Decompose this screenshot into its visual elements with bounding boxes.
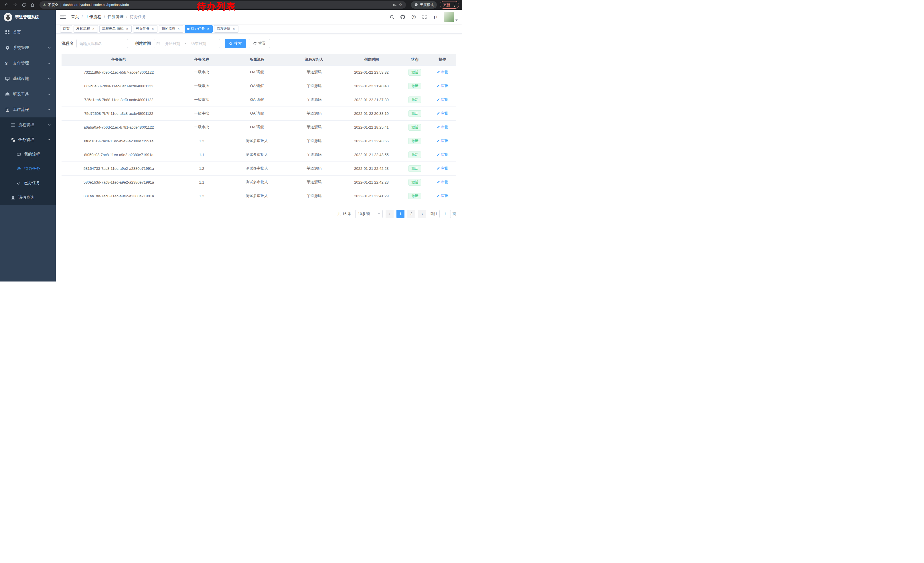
monitor-icon <box>5 77 10 81</box>
approve-link[interactable]: 审批 <box>436 83 448 89</box>
breadcrumb-workflow[interactable]: 工作流程 <box>85 14 101 20</box>
starter-cell: 芋道源码 <box>286 79 342 93</box>
approve-link[interactable]: 审批 <box>436 193 448 198</box>
chevron-down-icon <box>48 47 51 49</box>
avatar[interactable] <box>444 12 454 22</box>
process-name-input[interactable] <box>76 39 128 48</box>
app-logo[interactable]: 芋道管理系统 <box>0 10 56 25</box>
tab-home[interactable]: 首页 <box>60 25 72 33</box>
approve-label: 审批 <box>441 70 448 75</box>
prev-page-button[interactable]: ‹ <box>386 210 394 218</box>
task-id-cell: 381aa1dd-7ac8-11ec-a9e2-a2380e71991a <box>62 189 176 203</box>
github-icon[interactable] <box>398 12 407 22</box>
close-icon[interactable]: × <box>91 27 95 31</box>
tab-todo-tasks[interactable]: 待办任务 × <box>184 25 213 33</box>
edit-pencil-icon <box>436 153 440 156</box>
sidebar-collapse-icon[interactable] <box>60 15 68 19</box>
close-icon[interactable]: × <box>232 27 236 31</box>
action-cell: 审批 <box>429 189 456 203</box>
font-size-icon[interactable]: TT <box>431 12 440 22</box>
fullscreen-icon[interactable] <box>420 12 429 22</box>
sidebar-item-my-process[interactable]: 我的流程 <box>0 147 56 162</box>
start-date-input[interactable] <box>162 42 184 46</box>
table-row: 8f059c03-7ac8-11ec-a9e2-a2380e71991a 1.1… <box>62 148 456 162</box>
status-cell: 激活 <box>401 148 429 162</box>
close-icon[interactable]: × <box>151 27 155 31</box>
approve-label: 审批 <box>441 180 448 185</box>
starter-cell: 芋道源码 <box>286 148 342 162</box>
approve-link[interactable]: 审批 <box>436 97 448 102</box>
reset-label: 重置 <box>258 41 266 46</box>
address-bar[interactable]: ⚠ 不安全 | dashboard.yudao.iocoder.cn/bpm/t… <box>39 1 406 9</box>
browser-menu-dots-icon[interactable]: ⋮ <box>453 3 456 7</box>
search-button[interactable]: 搜索 <box>225 39 246 48</box>
tab-label: 我的流程 <box>162 26 175 31</box>
page-unit-label: 页 <box>453 211 456 216</box>
search-icon[interactable] <box>387 12 396 22</box>
tab-start-process[interactable]: 发起流程 × <box>74 25 98 33</box>
sidebar-item-workflow[interactable]: 工作流程 <box>0 102 56 117</box>
user-icon <box>11 195 15 200</box>
sidebar-item-leave-query[interactable]: 请假查询 <box>0 190 56 205</box>
navbar-actions: ? TT <box>387 12 458 22</box>
close-icon[interactable]: × <box>125 27 129 31</box>
sidebar-item-home[interactable]: 首页 <box>0 25 56 40</box>
sidebar-item-done-tasks[interactable]: 已办任务 <box>0 176 56 190</box>
bookmark-star-icon[interactable]: ☆ <box>399 2 402 8</box>
next-page-button[interactable]: › <box>418 210 426 218</box>
sidebar-item-process-management[interactable]: 流程管理 <box>0 117 56 132</box>
user-menu[interactable] <box>444 12 458 22</box>
page-size-select[interactable]: 10条/页 <box>355 210 383 218</box>
sidebar-item-todo-tasks[interactable]: 待办任务 <box>0 162 56 176</box>
approve-link[interactable]: 审批 <box>436 180 448 185</box>
browser-reload-icon[interactable] <box>20 1 27 9</box>
task-name-cell: 一级审批 <box>176 65 227 79</box>
approve-link[interactable]: 审批 <box>436 111 448 116</box>
sidebar-item-task-management[interactable]: 任务管理 <box>0 132 56 147</box>
breadcrumb-task-management[interactable]: 任务管理 <box>108 14 124 20</box>
active-dot <box>187 28 189 30</box>
edit-pencil-icon <box>436 98 440 101</box>
reset-button[interactable]: 重置 <box>249 39 270 48</box>
process-cell: OA 请假 <box>227 65 286 79</box>
task-id-cell: 069c6a63-7b8a-11ec-8ef0-acde48001122 <box>62 79 176 93</box>
date-range-picker[interactable]: - <box>154 39 220 48</box>
tab-process-detail[interactable]: 流程详情 × <box>214 25 238 33</box>
sidebar-item-system[interactable]: 系统管理 <box>0 40 56 56</box>
browser-forward-icon[interactable] <box>12 1 19 9</box>
sidebar-item-infrastructure[interactable]: 基础设施 <box>0 71 56 87</box>
approve-link[interactable]: 审批 <box>436 70 448 75</box>
password-key-icon[interactable] <box>393 3 397 7</box>
help-icon[interactable]: ? <box>409 12 418 22</box>
action-cell: 审批 <box>429 79 456 93</box>
status-badge: 激活 <box>408 96 421 103</box>
sidebar-item-devtools[interactable]: 研发工具 <box>0 87 56 102</box>
page-button-2[interactable]: 2 <box>407 210 416 218</box>
process-cell: OA 请假 <box>227 107 286 120</box>
approve-link[interactable]: 审批 <box>436 138 448 144</box>
sidebar-item-payment[interactable]: ¥ 支付管理 <box>0 56 56 71</box>
tab-form-edit[interactable]: 流程表单-编辑 × <box>99 25 132 33</box>
tab-done-tasks[interactable]: 已办任务 × <box>133 25 158 33</box>
chat-icon <box>16 152 21 157</box>
browser-back-icon[interactable] <box>3 1 10 9</box>
page-button-1[interactable]: 1 <box>396 210 405 218</box>
breadcrumb-home[interactable]: 首页 <box>71 14 79 20</box>
create-time-cell: 2022-01-22 21:37:30 <box>342 93 401 107</box>
close-icon[interactable]: × <box>177 27 181 31</box>
chevron-up-icon <box>48 109 51 111</box>
end-date-input[interactable] <box>188 42 210 46</box>
approve-link[interactable]: 审批 <box>436 166 448 171</box>
close-icon[interactable]: × <box>206 27 210 31</box>
edit-pencil-icon <box>436 84 440 88</box>
update-button[interactable]: 更新 ⋮ <box>440 1 459 9</box>
approve-link[interactable]: 审批 <box>436 152 448 157</box>
browser-home-icon[interactable] <box>28 1 36 9</box>
table-header-row: 任务编号 任务名称 所属流程 流程发起人 创建时间 状态 操作 <box>62 54 456 65</box>
chevron-down-icon <box>48 93 51 95</box>
approve-link[interactable]: 审批 <box>436 125 448 130</box>
menu-label: 已办任务 <box>24 180 40 186</box>
goto-page-input[interactable] <box>440 210 451 218</box>
tab-my-process[interactable]: 我的流程 × <box>159 25 183 33</box>
tab-label: 待办任务 <box>191 26 205 31</box>
